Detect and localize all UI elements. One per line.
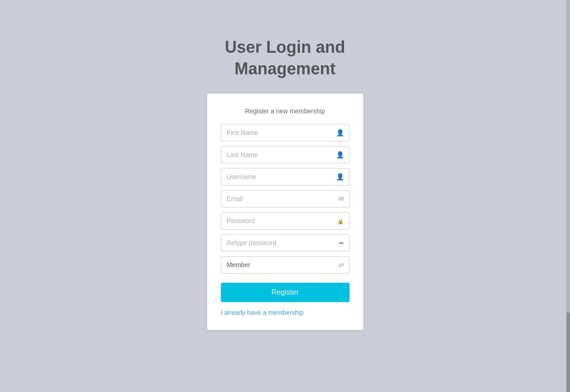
email-input[interactable] bbox=[221, 190, 350, 207]
register-button[interactable]: Register bbox=[221, 283, 350, 302]
username-group bbox=[221, 168, 350, 185]
role-select-group: Member Admin Moderator bbox=[221, 256, 350, 274]
registration-card: Register a new membership Member Admin M… bbox=[207, 94, 363, 330]
retype-password-input[interactable] bbox=[221, 234, 350, 252]
card-subtitle: Register a new membership bbox=[221, 107, 350, 115]
last-name-group bbox=[221, 146, 350, 163]
already-member-link[interactable]: I already have a membership bbox=[221, 309, 350, 316]
scrollbar[interactable] bbox=[566, 0, 570, 392]
password-group bbox=[221, 212, 350, 230]
first-name-input[interactable] bbox=[221, 124, 350, 141]
role-select[interactable]: Member Admin Moderator bbox=[221, 256, 350, 274]
scrollbar-thumb bbox=[566, 312, 570, 392]
first-name-group bbox=[221, 124, 350, 141]
page-title: User Login and Management bbox=[225, 37, 345, 80]
email-group bbox=[221, 190, 350, 207]
retype-password-group bbox=[221, 234, 350, 252]
last-name-input[interactable] bbox=[221, 146, 350, 163]
username-input[interactable] bbox=[221, 168, 350, 185]
password-input[interactable] bbox=[221, 212, 350, 230]
